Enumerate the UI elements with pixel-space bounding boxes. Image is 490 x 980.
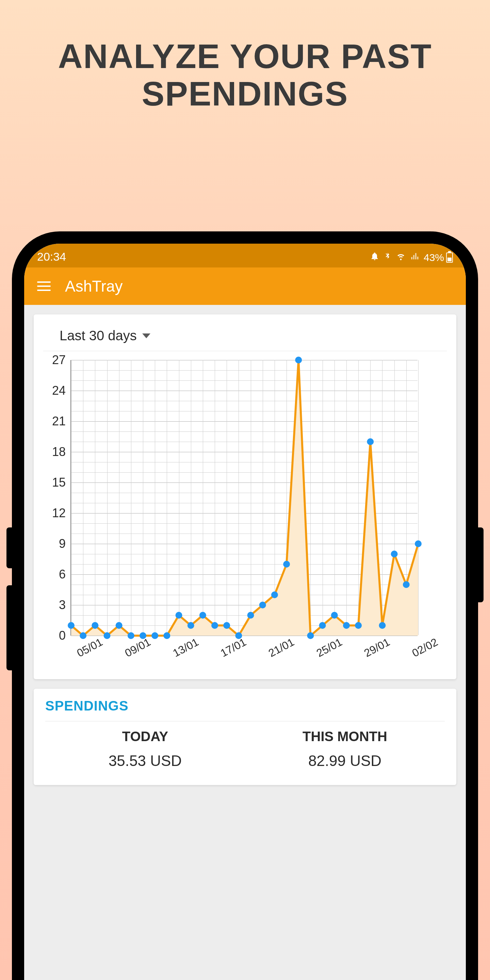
y-axis-tick: 3 <box>59 598 71 612</box>
app-bar: AshTray <box>24 267 466 305</box>
svg-point-23 <box>343 622 350 629</box>
svg-point-21 <box>319 622 326 629</box>
alarm-icon <box>370 251 379 263</box>
svg-point-8 <box>163 632 170 639</box>
svg-point-18 <box>283 561 290 568</box>
promo-headline: ANALYZE YOUR PAST SPENDINGS <box>0 0 490 112</box>
spendings-month-label: THIS MONTH <box>245 729 445 744</box>
svg-point-20 <box>307 632 314 639</box>
svg-point-3 <box>104 632 111 639</box>
svg-point-7 <box>151 632 158 639</box>
y-axis-tick: 18 <box>52 445 71 459</box>
svg-point-19 <box>295 356 302 363</box>
chart-card: Last 30 days 036912151821242705/0109/011… <box>34 314 456 679</box>
svg-point-13 <box>223 622 230 629</box>
svg-point-2 <box>92 622 98 629</box>
wifi-icon <box>396 251 406 263</box>
svg-point-17 <box>271 592 278 598</box>
svg-point-26 <box>379 622 385 629</box>
svg-point-22 <box>331 612 338 619</box>
svg-point-0 <box>68 622 75 629</box>
svg-point-16 <box>259 601 266 608</box>
status-bar: 20:34 43% <box>24 243 466 267</box>
phone-side-button <box>6 585 12 670</box>
y-axis-tick: 24 <box>52 383 71 398</box>
phone-frame: 20:34 43% <box>12 231 478 980</box>
svg-point-4 <box>116 622 123 629</box>
svg-point-28 <box>403 581 410 588</box>
phone-side-button <box>478 527 484 602</box>
status-time: 20:34 <box>37 250 66 263</box>
svg-point-25 <box>367 438 374 445</box>
y-axis-tick: 0 <box>59 628 71 643</box>
svg-point-15 <box>247 612 254 619</box>
svg-point-10 <box>188 622 194 629</box>
app-title: AshTray <box>65 277 123 295</box>
y-axis-tick: 21 <box>52 414 71 428</box>
spendings-today-value: 35.53 USD <box>45 752 245 769</box>
y-axis-tick: 27 <box>52 353 71 367</box>
chart-plot-area: 036912151821242705/0109/0113/0117/0121/0… <box>70 360 417 636</box>
y-axis-tick: 6 <box>59 567 71 582</box>
svg-point-12 <box>211 622 218 629</box>
range-dropdown-label: Last 30 days <box>60 328 137 343</box>
bluetooth-icon <box>383 251 392 263</box>
spendings-card: SPENDINGS TODAY 35.53 USD THIS MONTH 82.… <box>34 689 456 785</box>
svg-point-24 <box>355 622 362 629</box>
spendings-today: TODAY 35.53 USD <box>45 729 245 769</box>
battery-icon <box>446 253 453 263</box>
content-area: Last 30 days 036912151821242705/0109/011… <box>24 305 466 795</box>
spendings-month: THIS MONTH 82.99 USD <box>245 729 445 769</box>
range-dropdown[interactable]: Last 30 days <box>43 322 447 351</box>
svg-point-9 <box>176 612 182 619</box>
hamburger-menu-icon[interactable] <box>37 282 51 291</box>
screen: 20:34 43% <box>24 243 466 980</box>
spendings-title: SPENDINGS <box>45 698 445 721</box>
signal-icon <box>410 251 420 263</box>
svg-point-27 <box>391 550 398 557</box>
svg-point-11 <box>199 612 206 619</box>
status-icons: 43% <box>370 251 453 263</box>
spendings-today-label: TODAY <box>45 729 245 744</box>
phone-side-button <box>6 527 12 568</box>
svg-point-29 <box>415 540 422 547</box>
y-axis-tick: 15 <box>52 476 71 490</box>
y-axis-tick: 9 <box>59 537 71 551</box>
spendings-month-value: 82.99 USD <box>245 752 445 769</box>
chevron-down-icon <box>142 334 150 338</box>
battery-pct: 43% <box>424 252 444 263</box>
chart: 036912151821242705/0109/0113/0117/0121/0… <box>45 360 445 666</box>
y-axis-tick: 12 <box>52 506 71 520</box>
battery-indicator: 43% <box>424 252 453 263</box>
